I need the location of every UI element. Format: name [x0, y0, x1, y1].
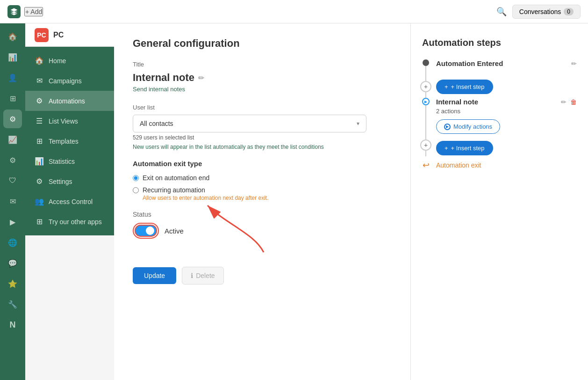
title-edit-icon[interactable]: ✏ — [198, 73, 204, 82]
exit-option-2-label: Recurring automation — [143, 186, 268, 194]
nav-column: PC PC 🏠 Home ✉ Campaigns ⚙ Automations ☰… — [25, 23, 114, 380]
chevron-down-icon: ▾ — [357, 120, 359, 127]
nav-item-access-control[interactable]: 👥 Access Control — [25, 191, 114, 212]
nav-item-statistics-label: Statistics — [49, 158, 75, 165]
insert-step-2-button[interactable]: + + Insert step — [436, 141, 493, 155]
sidebar-icon-contacts[interactable]: 👤 — [3, 68, 22, 87]
step-2-delete-icon[interactable]: 🗑 — [570, 98, 577, 106]
step-connector-2 — [425, 75, 426, 81]
step-2-dot: ▶ — [422, 98, 430, 105]
sidebar-icon-shield[interactable]: 🛡 — [3, 171, 22, 190]
steps-title: Automation steps — [422, 37, 577, 48]
sidebar-icon-n[interactable]: N — [3, 315, 22, 334]
conversations-button[interactable]: Conversations 0 — [512, 5, 581, 19]
sidebar-icon-analytics[interactable]: 📈 — [3, 130, 22, 149]
step-2-content: Internal note ✏ 🗑 2 actions ▶ Modify act… — [436, 98, 577, 139]
plus-circle-2[interactable]: + — [420, 139, 431, 151]
form-area: General configuration Title Internal not… — [114, 23, 410, 380]
nav-item-statistics[interactable]: 📊 Statistics — [25, 151, 114, 171]
nav-item-list-views[interactable]: ☰ List Views — [25, 111, 114, 131]
btn-row: Update ℹ Delete — [133, 267, 392, 285]
radio-exit-on-end[interactable] — [133, 175, 139, 181]
delete-label: Delete — [196, 272, 215, 279]
sidebar-icon-email[interactable]: ✉ — [3, 192, 22, 211]
sidebar-icon-automations[interactable]: ⚙ — [3, 110, 22, 128]
step-2-name: Internal note — [436, 98, 478, 106]
update-button[interactable]: Update — [133, 267, 176, 284]
radio-recurring[interactable] — [133, 187, 139, 193]
sidebar-icon-home[interactable]: 🏠 — [3, 27, 22, 46]
nav-item-settings-label: Settings — [49, 178, 72, 185]
exit-arrow-icon: ↩ — [423, 160, 430, 170]
sidebar-icon-chat[interactable]: 💬 — [3, 254, 22, 272]
nav-item-campaigns-label: Campaigns — [49, 77, 82, 85]
title-row: Internal note ✏ — [133, 72, 392, 84]
sidebar-icon-tool[interactable]: 🔧 — [3, 295, 22, 314]
insert-step-1-button[interactable]: + + Insert step — [436, 80, 493, 94]
steps-panel: Automation steps Automation Entered ✏ — [410, 23, 588, 380]
search-button[interactable]: 🔍 — [496, 7, 507, 17]
toggle-box — [133, 223, 159, 239]
access-control-icon: 👥 — [35, 197, 44, 206]
topbar-right: 🔍 Conversations 0 — [496, 5, 581, 19]
sidebar-icon-star[interactable]: ⭐ — [3, 274, 22, 293]
title-field-group: Title Internal note ✏ Send internal note… — [133, 61, 392, 93]
step-1-name: Automation Entered — [436, 59, 503, 67]
insert-step-1-row: + + + Insert step — [422, 75, 577, 98]
nav-item-templates-label: Templates — [49, 138, 79, 145]
nav-item-home[interactable]: 🏠 Home — [25, 51, 114, 71]
users-hint-text: New users will appear in the list automa… — [133, 144, 392, 150]
nav-item-templates[interactable]: ⊞ Templates — [25, 131, 114, 151]
title-value: Internal note — [133, 72, 194, 84]
red-arrow — [189, 196, 282, 257]
nav-item-other-apps[interactable]: ⊞ Try our other apps — [25, 212, 114, 232]
nav-item-campaigns[interactable]: ✉ Campaigns — [25, 71, 114, 91]
user-list-field-group: User list All contacts ▾ 529 users in se… — [133, 104, 392, 150]
nav-item-list-views-label: List Views — [49, 117, 78, 125]
insert-plus-icon-2: + — [445, 145, 448, 152]
sidebar-icon-video[interactable]: ▶ — [3, 212, 22, 231]
nav-item-settings[interactable]: ⚙ Settings — [25, 171, 114, 191]
nav-item-automations[interactable]: ⚙ Automations — [25, 91, 114, 111]
app-logo — [7, 5, 21, 18]
info-icon: ℹ — [191, 272, 193, 279]
statistics-icon: 📊 — [35, 157, 44, 166]
section-title: General configuration — [133, 37, 392, 50]
step-2-edit-icon[interactable]: ✏ — [561, 98, 566, 106]
plus-circle-1[interactable]: + — [420, 81, 431, 92]
home-icon: 🏠 — [35, 56, 44, 65]
title-label: Title — [133, 61, 392, 68]
add-button[interactable]: + Add — [24, 7, 43, 16]
sidebar-icon-settings[interactable]: ⚙ — [3, 151, 22, 169]
step-1-section: Automation Entered ✏ — [422, 59, 577, 75]
radio-item-exit-on-end: Exit on automation end — [133, 174, 392, 182]
other-apps-icon: ⊞ — [35, 217, 44, 226]
step-1-header: Automation Entered ✏ — [436, 59, 577, 67]
main-layout: 🏠 📊 👤 ⊞ ⚙ 📈 ⚙ 🛡 ✉ ▶ 🌐 💬 ⭐ 🔧 N PC PC 🏠 Ho… — [0, 23, 588, 380]
conversations-badge: 0 — [564, 8, 574, 15]
insert-1-line: + — [422, 75, 430, 98]
sidebar-icon-reports[interactable]: 📊 — [3, 48, 22, 66]
content-inner: General configuration Title Internal not… — [114, 23, 588, 380]
toggle-slider — [135, 225, 157, 237]
user-list-select[interactable]: All contacts ▾ — [133, 115, 366, 132]
exit-label: Automation exit — [436, 161, 481, 169]
delete-button[interactable]: ℹ Delete — [182, 267, 223, 285]
toggle-switch[interactable] — [135, 225, 157, 237]
topbar-left: + Add — [7, 5, 43, 18]
app-brand-bar: PC PC — [25, 23, 114, 47]
sidebar-icon-globe[interactable]: 🌐 — [3, 233, 22, 252]
step-1-edit-icon[interactable]: ✏ — [571, 60, 577, 67]
step-2-actions-count: 2 actions — [436, 108, 577, 115]
users-count-text: 529 users in selected list — [133, 134, 392, 141]
modify-actions-label: Modify actions — [453, 123, 492, 130]
insert-2-line: + — [422, 139, 430, 156]
modify-actions-button[interactable]: ▶ Modify actions — [436, 119, 500, 134]
step-connector-1 — [425, 66, 426, 75]
app-brand-name: PC — [53, 31, 64, 39]
exit-type-field-group: Automation exit type Exit on automation … — [133, 160, 392, 201]
step-2-header: Internal note ✏ 🗑 — [436, 98, 577, 106]
nav-item-other-apps-label: Try our other apps — [49, 218, 102, 226]
sidebar-icon-dashboard[interactable]: ⊞ — [3, 89, 22, 108]
automations-icon: ⚙ — [35, 96, 44, 105]
